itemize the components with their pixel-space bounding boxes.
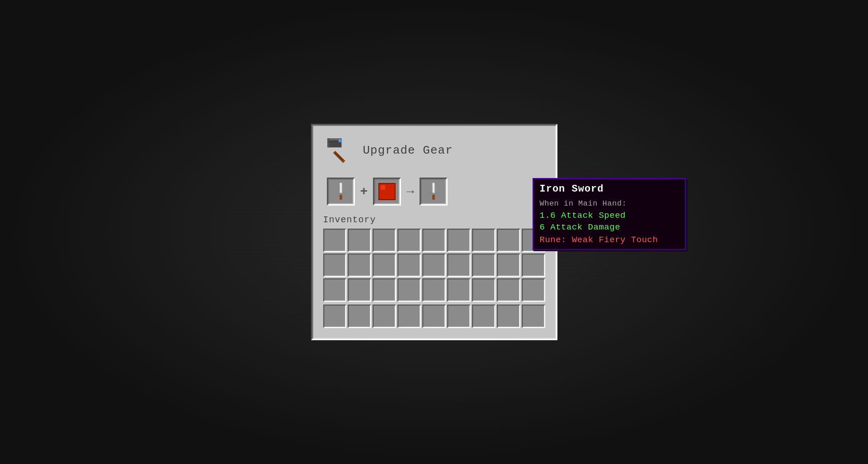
svg-rect-18 xyxy=(432,195,435,200)
tooltip-attack-speed: 1.6 Attack Speed xyxy=(540,211,679,220)
inv-slot-2-0[interactable] xyxy=(323,278,347,302)
upgrade-panel: Upgrade Gear + xyxy=(311,124,557,340)
svg-rect-15 xyxy=(433,183,434,194)
inv-slot-2-4[interactable] xyxy=(422,278,446,302)
hotbar-grid xyxy=(323,305,545,328)
plus-symbol: + xyxy=(360,185,368,199)
inv-slot-2-5[interactable] xyxy=(447,278,471,302)
inv-slot-2-2[interactable] xyxy=(373,278,396,302)
tooltip-main-hand-label: When in Main Hand: xyxy=(540,199,679,208)
inv-slot-0-1[interactable] xyxy=(348,229,371,252)
inventory-label: Inventory xyxy=(323,215,545,225)
item-tooltip: Iron Sword When in Main Hand: 1.6 Attack… xyxy=(533,178,686,250)
hotbar-slot-4[interactable] xyxy=(422,305,446,328)
svg-marker-16 xyxy=(432,195,435,199)
inv-slot-1-4[interactable] xyxy=(422,253,446,277)
svg-rect-9 xyxy=(340,183,341,194)
svg-rect-14 xyxy=(432,183,435,196)
hotbar-slot-3[interactable] xyxy=(397,305,421,328)
svg-rect-7 xyxy=(328,141,339,142)
arrow-symbol: → xyxy=(406,185,414,199)
inv-slot-0-3[interactable] xyxy=(397,229,421,252)
inv-slot-0-0[interactable] xyxy=(323,229,347,252)
ingredient-slot[interactable] xyxy=(373,178,401,206)
sword-output-slot[interactable] xyxy=(420,178,448,206)
tooltip-title: Iron Sword xyxy=(540,183,679,195)
crafting-row: + → xyxy=(323,178,545,206)
svg-rect-17 xyxy=(429,193,439,195)
inv-slot-1-6[interactable] xyxy=(472,253,495,277)
tooltip-attack-damage: 6 Attack Damage xyxy=(540,222,679,232)
svg-rect-1 xyxy=(334,152,343,161)
sword-icon xyxy=(331,182,351,202)
svg-rect-13 xyxy=(340,183,340,186)
inv-slot-0-4[interactable] xyxy=(422,229,446,252)
svg-rect-8 xyxy=(340,183,342,196)
hotbar-slot-5[interactable] xyxy=(447,305,471,328)
svg-rect-19 xyxy=(433,183,434,186)
inv-slot-0-2[interactable] xyxy=(373,229,396,252)
inv-slot-1-8[interactable] xyxy=(522,253,545,277)
sword-input-slot[interactable] xyxy=(327,178,355,206)
inventory-main-grid xyxy=(323,229,545,302)
hotbar-slot-8[interactable] xyxy=(522,305,545,328)
inv-slot-0-6[interactable] xyxy=(472,229,495,252)
panel-header: Upgrade Gear xyxy=(323,134,545,167)
inv-slot-1-2[interactable] xyxy=(373,253,396,277)
svg-rect-12 xyxy=(340,195,342,200)
inv-slot-1-0[interactable] xyxy=(323,253,347,277)
inv-slot-2-8[interactable] xyxy=(522,278,545,302)
inv-slot-2-1[interactable] xyxy=(348,278,371,302)
inv-slot-1-3[interactable] xyxy=(397,253,421,277)
hotbar-slot-2[interactable] xyxy=(373,305,396,328)
inv-slot-0-5[interactable] xyxy=(447,229,471,252)
hotbar-slot-7[interactable] xyxy=(497,305,520,328)
hotbar-slot-6[interactable] xyxy=(472,305,495,328)
inv-slot-2-3[interactable] xyxy=(397,278,421,302)
tooltip-rune: Rune: Weak Fiery Touch xyxy=(540,235,679,245)
panel-title: Upgrade Gear xyxy=(363,144,453,157)
inv-slot-0-7[interactable] xyxy=(497,229,520,252)
output-sword-icon xyxy=(424,182,443,202)
inv-slot-1-1[interactable] xyxy=(348,253,371,277)
hammer-icon xyxy=(323,134,356,167)
svg-marker-10 xyxy=(340,195,342,199)
hotbar-slot-0[interactable] xyxy=(323,305,347,328)
red-item-icon xyxy=(378,183,396,200)
inv-slot-1-7[interactable] xyxy=(497,253,520,277)
ui-container: Upgrade Gear + xyxy=(311,124,557,340)
svg-rect-6 xyxy=(339,140,340,141)
inv-slot-2-7[interactable] xyxy=(497,278,520,302)
svg-rect-4 xyxy=(327,138,330,147)
svg-rect-11 xyxy=(336,193,346,195)
inv-slot-2-6[interactable] xyxy=(472,278,495,302)
hotbar-slot-1[interactable] xyxy=(348,305,371,328)
inv-slot-1-5[interactable] xyxy=(447,253,471,277)
